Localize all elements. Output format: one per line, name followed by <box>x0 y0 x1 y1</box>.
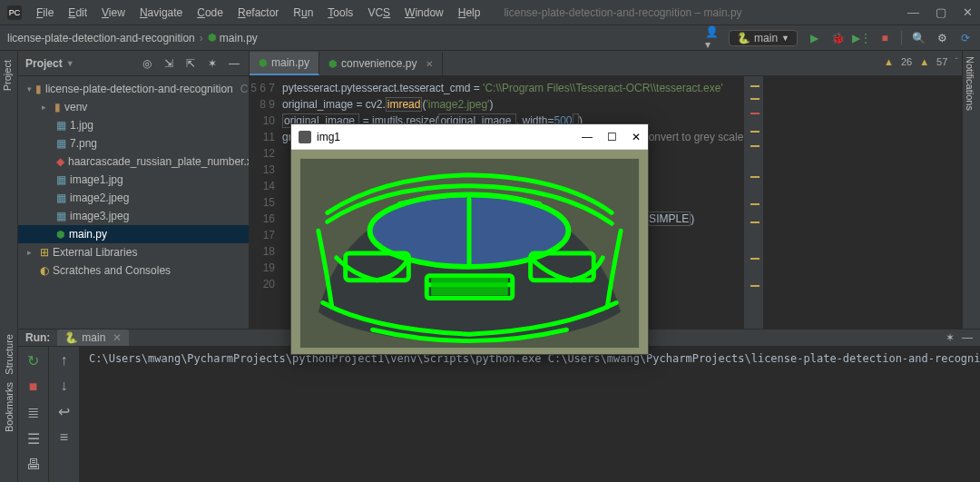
tree-label: main.py <box>69 228 107 241</box>
chevron-icon[interactable]: ˇ <box>955 56 958 67</box>
popup-close-icon[interactable]: ✕ <box>632 131 641 143</box>
console-output[interactable]: C:\Users\mwang\PycharmProjects\pythonPro… <box>80 347 980 482</box>
menu-view[interactable]: View <box>96 5 131 21</box>
project-tree[interactable]: ▾ ▮ license-plate-detection-and-recognit… <box>18 76 249 283</box>
popup-minimize-icon[interactable]: — <box>582 131 593 143</box>
user-icon[interactable]: 👤▾ <box>705 31 720 45</box>
run-button[interactable]: ▶ <box>807 31 821 45</box>
left-bottom-stripe: Structure Bookmarks <box>0 329 18 482</box>
inspection-widget[interactable]: ▲26 ▲57 ˇ <box>884 56 958 67</box>
notifications-tab[interactable]: Notifications <box>963 51 977 116</box>
library-icon: ⊞ <box>40 246 49 259</box>
breadcrumb-file[interactable]: main.py <box>220 32 258 44</box>
bookmarks-tab[interactable]: Bookmarks <box>4 382 15 432</box>
tree-folder-venv[interactable]: ▸ ▮ venv <box>18 98 249 116</box>
ai-assist-icon[interactable]: ⟳ <box>958 31 973 45</box>
folder-icon: ▮ <box>35 83 42 95</box>
run-tab-main[interactable]: 🐍 main ✕ <box>57 330 129 346</box>
stop-icon[interactable]: ■ <box>29 379 38 395</box>
gear-icon[interactable]: ✶ <box>946 331 955 344</box>
tree-file[interactable]: ▦1.jpg <box>18 116 249 134</box>
chevron-right-icon[interactable]: ▸ <box>27 248 36 257</box>
image-window[interactable]: img1 — ☐ ✕ <box>290 123 649 355</box>
close-icon[interactable]: ✕ <box>963 5 973 19</box>
tree-file[interactable]: ▦image2.jpeg <box>18 189 249 207</box>
tree-label: venv <box>64 101 87 113</box>
main-menu: File Edit View Navigate Code Refactor Ru… <box>31 5 485 21</box>
close-tab-icon[interactable]: ✕ <box>113 331 122 344</box>
chevron-down-icon: ▼ <box>781 34 789 43</box>
chevron-down-icon[interactable]: ▾ <box>27 84 32 93</box>
settings-icon[interactable]: ✶ <box>205 56 220 71</box>
debug-button[interactable]: 🐞 <box>830 31 845 45</box>
breadcrumb-root[interactable]: license-plate-detection-and-recognition <box>7 32 195 44</box>
menu-refactor[interactable]: Refactor <box>232 5 284 21</box>
close-tab-icon[interactable]: ✕ <box>426 59 433 69</box>
root-path: C:\Users\m <box>240 83 249 95</box>
tab-main[interactable]: ⬢ main.py <box>250 52 319 75</box>
chevron-right-icon[interactable]: ▸ <box>42 103 51 112</box>
rerun-icon[interactable]: ↻ <box>27 352 39 369</box>
scroll-icon[interactable]: ≡ <box>60 429 68 446</box>
more-run-icon[interactable]: ▶⋮ <box>854 31 868 45</box>
target-icon[interactable]: ◎ <box>140 56 154 71</box>
filter-icon[interactable]: ☰ <box>27 430 40 448</box>
navigation-bar: license-plate-detection-and-recognition … <box>0 25 980 51</box>
warning-count: 26 <box>901 56 912 67</box>
line-numbers: 5 6 7 8 9 10 11 12 13 14 15 16 17 18 19 … <box>250 76 282 329</box>
up-icon[interactable]: ↑ <box>61 352 68 369</box>
menu-file[interactable]: File <box>31 5 59 21</box>
tree-label: 7.png <box>70 137 97 150</box>
error-stripe[interactable] <box>743 76 763 329</box>
app-logo: PC <box>7 5 22 20</box>
hide-icon[interactable]: — <box>227 56 241 71</box>
run-side-controls-2: ↑ ↓ ↩ ≡ <box>49 347 80 482</box>
collapse-icon[interactable]: ⇱ <box>183 56 198 71</box>
gear-icon[interactable]: ⚙ <box>935 31 949 45</box>
maximize-icon[interactable]: ▢ <box>936 5 946 19</box>
layout-icon[interactable]: ≣ <box>27 404 39 421</box>
menu-code[interactable]: Code <box>191 5 229 21</box>
hide-icon[interactable]: — <box>962 331 973 344</box>
python-icon: 🐍 <box>737 32 750 44</box>
tree-external[interactable]: ▸ ⊞ External Libraries <box>18 243 249 261</box>
expand-icon[interactable]: ⇲ <box>162 56 176 71</box>
menu-vcs[interactable]: VCS <box>362 5 396 21</box>
popup-title-bar[interactable]: img1 — ☐ ✕ <box>291 124 648 150</box>
tree-file[interactable]: ▦image3.jpeg <box>18 207 249 225</box>
image-icon: ▦ <box>56 173 66 186</box>
tab-convenience[interactable]: ⬢ convenience.py ✕ <box>319 52 443 75</box>
tree-file[interactable]: ▦7.png <box>18 134 249 152</box>
weak-warning-count: 57 <box>936 56 947 67</box>
scratch-icon: ◐ <box>40 264 49 277</box>
menu-window[interactable]: Window <box>399 5 449 21</box>
search-icon[interactable]: 🔍 <box>911 31 926 45</box>
menu-help[interactable]: Help <box>453 5 486 21</box>
project-tool-tab[interactable]: Project <box>0 54 17 96</box>
run-side-controls: ↻ ■ ≣ ☰ 🖶 🗑 <box>18 347 49 482</box>
tree-file[interactable]: ▦image1.jpg <box>18 171 249 189</box>
tree-root[interactable]: ▾ ▮ license-plate-detection-and-recognit… <box>18 80 249 98</box>
minimize-icon[interactable]: — <box>907 5 919 19</box>
project-label: Project <box>25 57 63 70</box>
window-title: license-plate-detection-and-recognition … <box>504 6 741 19</box>
menu-run[interactable]: Run <box>288 5 318 21</box>
tree-scratches[interactable]: ◐ Scratches and Consoles <box>18 261 249 280</box>
structure-tab[interactable]: Structure <box>4 334 15 375</box>
tree-file-main[interactable]: ⬢main.py <box>18 225 249 243</box>
chevron-down-icon: ▼ <box>66 59 74 68</box>
menu-navigate[interactable]: Navigate <box>134 5 188 21</box>
run-config-selector[interactable]: 🐍 main ▼ <box>729 30 798 46</box>
down-icon[interactable]: ↓ <box>61 378 68 394</box>
menu-edit[interactable]: Edit <box>63 5 93 21</box>
project-tw-title[interactable]: Project ▼ <box>25 57 74 70</box>
print-icon[interactable]: 🖶 <box>26 457 41 473</box>
wrap-icon[interactable]: ↩ <box>58 403 70 420</box>
menu-tools[interactable]: Tools <box>322 5 358 21</box>
image-icon: ▦ <box>56 137 66 150</box>
popup-maximize-icon[interactable]: ☐ <box>607 131 617 143</box>
stop-button[interactable]: ■ <box>877 31 892 45</box>
tree-label: haarcascade_russian_plate_number.xml <box>68 155 249 168</box>
tree-label: image1.jpg <box>70 173 123 186</box>
tree-file[interactable]: ◆haarcascade_russian_plate_number.xml <box>18 152 249 171</box>
